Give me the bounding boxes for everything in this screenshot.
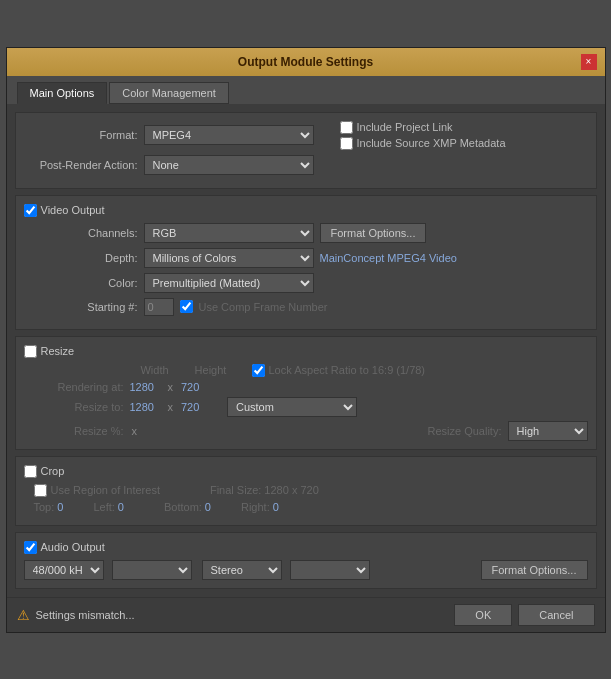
audio-stereo-select[interactable]: Stereo [202,560,282,580]
codec-label: MainConcept MPEG4 Video [320,252,457,264]
format-control: MPEG4 Include Project Link Include Sourc… [144,121,588,150]
format-label: Format: [24,129,144,141]
rendering-x-sep: x [166,381,176,393]
include-xmp-label: Include Source XMP Metadata [357,137,506,149]
tab-main-options[interactable]: Main Options [17,82,108,104]
use-roi-row: Use Region of Interest [34,484,160,497]
audio-controls-row: 48/000 kHz Stereo Format Options... [24,560,588,580]
resize-pct-x: x [130,425,140,437]
main-content: Format: MPEG4 Include Project Link Inclu… [7,104,605,597]
use-comp-frame-label: Use Comp Frame Number [199,301,328,313]
include-project-link-label: Include Project Link [357,121,453,133]
rendering-at-label: Rendering at: [34,381,124,393]
color-control: Premultiplied (Matted) [144,273,588,293]
format-row: Format: MPEG4 Include Project Link Inclu… [24,121,588,150]
ok-button[interactable]: OK [454,604,512,626]
crop-header: Crop [24,465,588,478]
video-output-label: Video Output [41,204,105,216]
rendering-width: 1280 [130,381,160,393]
warning-icon: ⚠ [17,607,30,623]
use-roi-label: Use Region of Interest [51,484,160,496]
video-output-section: Video Output Channels: RGB Format Option… [15,195,597,330]
crop-left: Left: 0 [93,501,124,513]
rendering-at-row: Rendering at: 1280 x 720 [34,381,588,393]
resize-header: Resize [24,345,588,358]
cancel-button[interactable]: Cancel [518,604,594,626]
dialog-title: Output Module Settings [31,55,581,69]
video-output-header: Video Output [24,204,588,217]
starting-label: Starting #: [24,301,144,313]
crop-left-val: 0 [118,501,124,513]
close-button[interactable]: × [581,54,597,70]
include-project-link-row: Include Project Link [340,121,506,134]
settings-mismatch-text: Settings mismatch... [36,609,135,621]
lock-aspect-label: Lock Aspect Ratio to 16:9 (1/78) [269,364,426,376]
footer: ⚠ Settings mismatch... OK Cancel [7,597,605,632]
resize-quality-select[interactable]: High [508,421,588,441]
crop-right: Right: 0 [241,501,279,513]
resize-header-row: Width Height Lock Aspect Ratio to 16:9 (… [34,364,588,377]
resize-x-sep: x [166,401,176,413]
color-select[interactable]: Premultiplied (Matted) [144,273,314,293]
audio-format-options-btn[interactable]: Format Options... [481,560,588,580]
post-render-select[interactable]: None [144,155,314,175]
rendering-height: 720 [181,381,211,393]
crop-bottom-val: 0 [205,501,211,513]
resize-label: Resize [41,345,75,357]
crop-top-label: Top: [34,501,55,513]
channels-select[interactable]: RGB [144,223,314,243]
resize-to-label: Resize to: [34,401,124,413]
resize-to-height: 720 [181,401,211,413]
crop-section: Crop Use Region of Interest Final Size: … [15,456,597,526]
tab-color-management[interactable]: Color Management [109,82,229,104]
audio-output-checkbox[interactable] [24,541,37,554]
format-select[interactable]: MPEG4 [144,125,314,145]
crop-label: Crop [41,465,65,477]
color-row: Color: Premultiplied (Matted) [24,273,588,293]
starting-number-input[interactable] [144,298,174,316]
audio-header: Audio Output [24,541,588,554]
format-section: Format: MPEG4 Include Project Link Inclu… [15,112,597,189]
use-comp-frame-checkbox[interactable] [180,300,193,313]
color-label: Color: [24,277,144,289]
crop-right-val: 0 [273,501,279,513]
width-col-label: Width [130,364,180,376]
crop-right-label: Right: [241,501,270,513]
crop-left-label: Left: [93,501,114,513]
include-xmp-row: Include Source XMP Metadata [340,137,506,150]
channels-row: Channels: RGB Format Options... [24,223,588,243]
audio-sample-rate-select[interactable]: 48/000 kHz [24,560,104,580]
video-output-check-row: Video Output [24,204,105,217]
channels-label: Channels: [24,227,144,239]
resize-grid: Width Height Lock Aspect Ratio to 16:9 (… [24,364,588,441]
crop-bottom: Bottom: 0 [164,501,211,513]
resize-to-width: 1280 [130,401,160,413]
include-project-link-checkbox[interactable] [340,121,353,134]
resize-pct-row: Resize %: x Resize Quality: High [34,421,588,441]
resize-to-row: Resize to: 1280 x 720 Custom [34,397,588,417]
starting-row: Starting #: Use Comp Frame Number [24,298,588,316]
depth-select[interactable]: Millions of Colors [144,248,314,268]
resize-pct-label: Resize %: [34,425,124,437]
crop-checkbox[interactable] [24,465,37,478]
resize-type-select[interactable]: Custom [227,397,357,417]
resize-quality-group: Resize Quality: High [145,421,588,441]
resize-section: Resize Width Height Lock Aspect Ratio to… [15,336,597,450]
crop-inner: Use Region of Interest Final Size: 1280 … [24,484,588,513]
title-bar: Output Module Settings × [7,48,605,76]
final-size-label: Final Size: 1280 x 720 [210,484,319,496]
use-roi-checkbox[interactable] [34,484,47,497]
starting-control: Use Comp Frame Number [144,298,588,316]
format-checkboxes: Include Project Link Include Source XMP … [340,121,506,150]
channels-control: RGB Format Options... [144,223,588,243]
video-output-checkbox[interactable] [24,204,37,217]
video-format-options-btn[interactable]: Format Options... [320,223,427,243]
audio-extra-select[interactable] [112,560,192,580]
crop-top: Top: 0 [34,501,64,513]
lock-aspect-checkbox[interactable] [252,364,265,377]
audio-stereo-extra-select[interactable] [290,560,370,580]
depth-row: Depth: Millions of Colors MainConcept MP… [24,248,588,268]
include-xmp-checkbox[interactable] [340,137,353,150]
crop-top-val: 0 [57,501,63,513]
resize-checkbox[interactable] [24,345,37,358]
